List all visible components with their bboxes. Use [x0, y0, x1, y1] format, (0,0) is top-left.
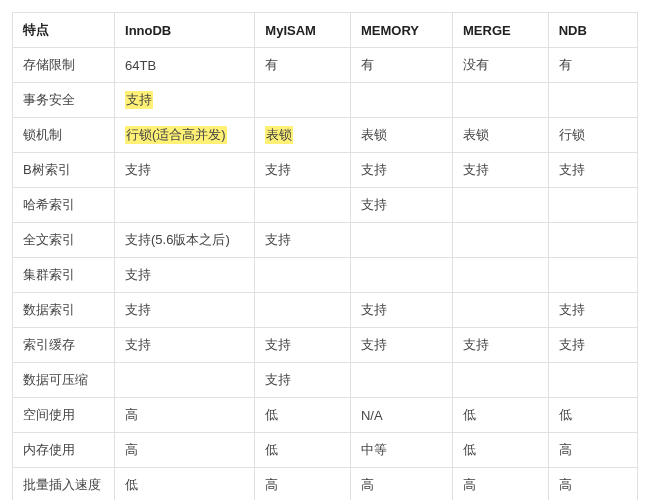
value-cell: 支持 [350, 188, 452, 223]
value-cell: 行锁(适合高并发) [115, 118, 255, 153]
feature-cell: 索引缓存 [13, 328, 115, 363]
feature-cell: 空间使用 [13, 398, 115, 433]
value-cell: 低 [255, 398, 351, 433]
value-cell [453, 293, 549, 328]
value-cell: 高 [255, 468, 351, 501]
value-cell: N/A [350, 398, 452, 433]
value-cell [453, 83, 549, 118]
table-row: 批量插入速度低高高高高 [13, 468, 638, 501]
feature-cell: 数据可压缩 [13, 363, 115, 398]
feature-cell: 存储限制 [13, 48, 115, 83]
value-cell: 高 [548, 468, 637, 501]
value-cell [350, 83, 452, 118]
value-cell [350, 223, 452, 258]
value-cell: 有 [548, 48, 637, 83]
value-cell [453, 188, 549, 223]
value-cell [255, 83, 351, 118]
value-cell [548, 363, 637, 398]
table-row: B树索引支持支持支持支持支持 [13, 153, 638, 188]
value-cell: 有 [255, 48, 351, 83]
value-cell: 中等 [350, 433, 452, 468]
value-cell [548, 83, 637, 118]
value-cell: 64TB [115, 48, 255, 83]
value-cell [255, 188, 351, 223]
feature-cell: 全文索引 [13, 223, 115, 258]
value-cell [350, 258, 452, 293]
col-header: InnoDB [115, 13, 255, 48]
feature-cell: 哈希索引 [13, 188, 115, 223]
value-cell [115, 363, 255, 398]
value-cell: 支持 [115, 258, 255, 293]
value-cell [255, 293, 351, 328]
feature-cell: 批量插入速度 [13, 468, 115, 501]
table-row: 内存使用高低中等低高 [13, 433, 638, 468]
value-cell: 低 [453, 433, 549, 468]
value-cell [115, 188, 255, 223]
value-cell [548, 188, 637, 223]
feature-cell: B树索引 [13, 153, 115, 188]
value-cell: 表锁 [255, 118, 351, 153]
highlighted-text: 行锁(适合高并发) [125, 126, 227, 144]
value-cell: 有 [350, 48, 452, 83]
value-cell: 支持 [115, 153, 255, 188]
value-cell: 支持 [115, 293, 255, 328]
highlighted-text: 表锁 [265, 126, 293, 144]
table-row: 空间使用高低N/A低低 [13, 398, 638, 433]
value-cell: 表锁 [453, 118, 549, 153]
col-header: MEMORY [350, 13, 452, 48]
table-row: 集群索引支持 [13, 258, 638, 293]
value-cell: 支持 [548, 293, 637, 328]
value-cell: 支持 [115, 328, 255, 363]
value-cell: 高 [115, 398, 255, 433]
highlighted-text: 支持 [125, 91, 153, 109]
table-header-row: 特点 InnoDB MyISAM MEMORY MERGE NDB [13, 13, 638, 48]
value-cell [548, 223, 637, 258]
value-cell [350, 363, 452, 398]
col-header: MyISAM [255, 13, 351, 48]
col-header: NDB [548, 13, 637, 48]
value-cell: 支持 [255, 153, 351, 188]
value-cell: 支持 [350, 153, 452, 188]
value-cell: 支持 [350, 328, 452, 363]
feature-cell: 锁机制 [13, 118, 115, 153]
feature-cell: 数据索引 [13, 293, 115, 328]
value-cell: 支持(5.6版本之后) [115, 223, 255, 258]
value-cell: 支持 [255, 328, 351, 363]
value-cell [548, 258, 637, 293]
value-cell: 支持 [453, 153, 549, 188]
value-cell: 表锁 [350, 118, 452, 153]
feature-cell: 集群索引 [13, 258, 115, 293]
col-header: 特点 [13, 13, 115, 48]
value-cell: 支持 [115, 83, 255, 118]
value-cell: 支持 [255, 223, 351, 258]
table-row: 事务安全支持 [13, 83, 638, 118]
value-cell: 支持 [453, 328, 549, 363]
value-cell: 高 [350, 468, 452, 501]
value-cell [453, 223, 549, 258]
value-cell: 支持 [548, 328, 637, 363]
value-cell: 低 [255, 433, 351, 468]
feature-cell: 事务安全 [13, 83, 115, 118]
value-cell: 低 [548, 398, 637, 433]
table-row: 数据索引支持支持支持 [13, 293, 638, 328]
value-cell [453, 258, 549, 293]
value-cell: 高 [548, 433, 637, 468]
value-cell: 支持 [350, 293, 452, 328]
table-row: 数据可压缩支持 [13, 363, 638, 398]
value-cell: 低 [115, 468, 255, 501]
value-cell: 支持 [548, 153, 637, 188]
value-cell: 支持 [255, 363, 351, 398]
table-row: 锁机制行锁(适合高并发)表锁表锁表锁行锁 [13, 118, 638, 153]
value-cell: 低 [453, 398, 549, 433]
value-cell: 行锁 [548, 118, 637, 153]
table-body: 存储限制64TB有有没有有事务安全支持锁机制行锁(适合高并发)表锁表锁表锁行锁B… [13, 48, 638, 501]
col-header: MERGE [453, 13, 549, 48]
table-row: 存储限制64TB有有没有有 [13, 48, 638, 83]
value-cell [453, 363, 549, 398]
value-cell: 高 [115, 433, 255, 468]
table-row: 全文索引支持(5.6版本之后)支持 [13, 223, 638, 258]
feature-cell: 内存使用 [13, 433, 115, 468]
value-cell: 没有 [453, 48, 549, 83]
value-cell: 高 [453, 468, 549, 501]
value-cell [255, 258, 351, 293]
